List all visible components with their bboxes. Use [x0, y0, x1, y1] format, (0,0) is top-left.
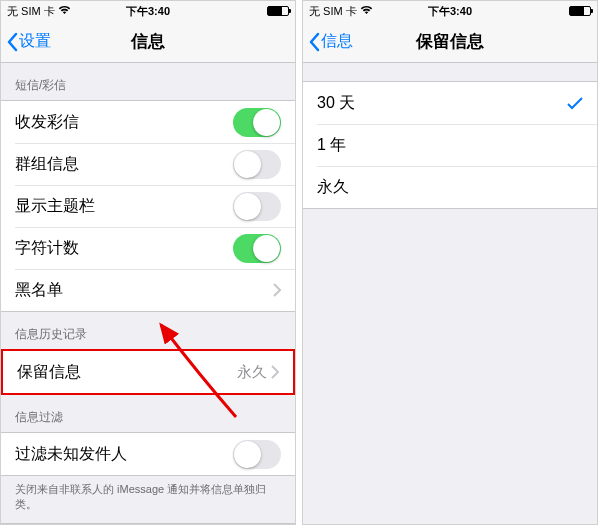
- status-bar: 无 SIM 卡 下午3:40: [303, 1, 597, 21]
- option-1-year[interactable]: 1 年: [303, 124, 597, 166]
- back-button[interactable]: 信息: [303, 31, 353, 52]
- screen-messages-settings: 无 SIM 卡 下午3:40 设置 信息 短信/彩信 收发彩信: [0, 0, 296, 525]
- row-filter-unknown[interactable]: 过滤未知发件人: [1, 433, 295, 475]
- section-header-sms: 短信/彩信: [1, 63, 295, 100]
- switch-group[interactable]: [233, 150, 281, 179]
- group-sms: 收发彩信 群组信息 显示主题栏 字符计数 黑名单: [1, 100, 295, 312]
- switch-charcount[interactable]: [233, 234, 281, 263]
- chevron-icon: [271, 365, 279, 379]
- row-group-messages[interactable]: 群组信息: [1, 143, 295, 185]
- option-forever[interactable]: 永久: [303, 166, 597, 208]
- status-time: 下午3:40: [1, 4, 295, 19]
- back-label: 信息: [321, 31, 353, 52]
- group-filter: 过滤未知发件人: [1, 432, 295, 476]
- nav-bar: 信息 保留信息: [303, 21, 597, 63]
- switch-filter[interactable]: [233, 440, 281, 469]
- option-label: 永久: [317, 177, 583, 198]
- status-bar: 无 SIM 卡 下午3:40: [1, 1, 295, 21]
- checkmark-icon: [567, 96, 583, 110]
- row-label: 黑名单: [15, 280, 273, 301]
- row-label: 收发彩信: [15, 112, 233, 133]
- back-label: 设置: [19, 31, 51, 52]
- row-label: 显示主题栏: [15, 196, 233, 217]
- row-label: 过滤未知发件人: [15, 444, 233, 465]
- row-value: 永久: [237, 363, 267, 382]
- switch-mms[interactable]: [233, 108, 281, 137]
- row-subject-field[interactable]: 显示主题栏: [1, 185, 295, 227]
- group-lowq: 低质量图像模式: [1, 523, 295, 525]
- row-low-quality[interactable]: 低质量图像模式: [1, 524, 295, 525]
- row-label: 保留信息: [17, 362, 237, 383]
- group-keep-messages: 保留信息 永久: [1, 349, 295, 395]
- group-options: 30 天 1 年 永久: [303, 81, 597, 209]
- row-label: 字符计数: [15, 238, 233, 259]
- row-blacklist[interactable]: 黑名单: [1, 269, 295, 311]
- row-char-count[interactable]: 字符计数: [1, 227, 295, 269]
- nav-bar: 设置 信息: [1, 21, 295, 63]
- section-header-filter: 信息过滤: [1, 395, 295, 432]
- section-header-history: 信息历史记录: [1, 312, 295, 349]
- row-mms[interactable]: 收发彩信: [1, 101, 295, 143]
- back-button[interactable]: 设置: [1, 31, 51, 52]
- option-label: 1 年: [317, 135, 583, 156]
- row-label: 群组信息: [15, 154, 233, 175]
- option-30-days[interactable]: 30 天: [303, 82, 597, 124]
- screen-keep-messages: 无 SIM 卡 下午3:40 信息 保留信息 30 天: [302, 0, 598, 525]
- status-time: 下午3:40: [303, 4, 597, 19]
- switch-subject[interactable]: [233, 192, 281, 221]
- row-keep-messages[interactable]: 保留信息 永久: [3, 351, 293, 393]
- chevron-icon: [273, 283, 281, 297]
- option-label: 30 天: [317, 93, 567, 114]
- filter-footer: 关闭来自非联系人的 iMessage 通知并将信息单独归类。: [1, 476, 295, 523]
- battery-icon: [267, 6, 289, 16]
- battery-icon: [569, 6, 591, 16]
